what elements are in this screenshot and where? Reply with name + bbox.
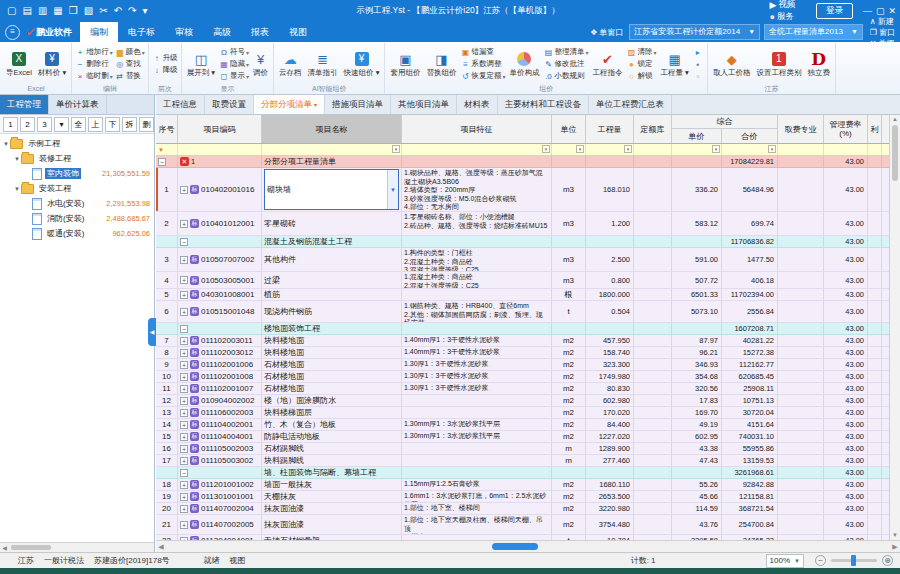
cell-sn[interactable]: 13	[156, 407, 178, 418]
cell-name[interactable]: 抹灰面油漆	[262, 503, 402, 514]
cell-fee[interactable]	[778, 248, 824, 271]
cell-extra[interactable]	[868, 323, 882, 334]
cell-name[interactable]: 植筋	[262, 289, 402, 300]
window-button[interactable]: ❐窗口	[870, 27, 895, 38]
tree-item-示例工程[interactable]: ▼示例工程	[0, 136, 154, 151]
cell-price[interactable]: 96.21	[672, 347, 722, 358]
cell-code[interactable]: +标011105003002	[178, 455, 262, 466]
table-row[interactable]: 17+标011105003002块料踢脚线m277.46047.4313159.…	[156, 455, 889, 467]
filter-cell-fee[interactable]	[778, 144, 824, 155]
cell-sn[interactable]	[156, 467, 178, 478]
cell-total[interactable]: 620685.45	[722, 371, 778, 382]
expand-toggle-icon[interactable]: +	[180, 493, 188, 501]
table-row[interactable]: 18+标011201001002墙面一般抹灰1.15mm厚1:2.5石膏砂浆m2…	[156, 479, 889, 491]
cell-unit[interactable]: m	[552, 455, 586, 466]
expand-toggle-icon[interactable]: +	[180, 421, 188, 429]
tree-item-室内装饰[interactable]: 室内装饰21,305,551.59	[0, 166, 154, 181]
table-row[interactable]: 20+标011407002004抹灰面油漆1.部位：地下室、楼梯间m23220.…	[156, 503, 889, 515]
cell-total[interactable]: 740031.10	[722, 431, 778, 442]
expand-toggle-icon[interactable]: +	[180, 361, 188, 369]
cell-extra[interactable]	[868, 335, 882, 346]
cell-qty[interactable]: 277.460	[586, 455, 634, 466]
ribbon-button-工程指令[interactable]: ✔工程指令	[590, 43, 626, 85]
cell-feat[interactable]: 1.40mm厚1：3干硬性水泥砂浆	[402, 347, 552, 358]
cell-fee[interactable]	[778, 236, 824, 247]
cell-code[interactable]: +标040301008001	[178, 289, 262, 300]
cell-fee[interactable]	[778, 491, 824, 502]
cell-sn[interactable]: 10	[156, 371, 178, 382]
table-row[interactable]: 7+标011102003011块料楼地面1.40mm厚1：3干硬性水泥砂浆m24…	[156, 335, 889, 347]
close-button[interactable]: ✕	[888, 6, 896, 16]
cell-price[interactable]: 55.26	[672, 479, 722, 490]
cell-qty[interactable]: 1227.020	[586, 431, 634, 442]
cell-code[interactable]: +标010515001048	[178, 301, 262, 322]
sheet-tab-措施项目清单[interactable]: 措施项目清单	[325, 95, 391, 114]
cell-extra[interactable]	[868, 168, 882, 211]
menu-tab-审核[interactable]: 审核	[165, 22, 203, 42]
copy-icon[interactable]: ❐	[69, 0, 78, 22]
cell-name[interactable]: 防静电活动地板	[262, 431, 402, 442]
ribbon-button-查找[interactable]: ◎查找	[115, 58, 145, 70]
cell-price[interactable]: 5073.10	[672, 301, 722, 322]
cell-fee[interactable]	[778, 443, 824, 454]
save-icon[interactable]: ▥	[38, 0, 47, 22]
filter-cell-sn[interactable]: ▼	[156, 144, 178, 155]
chevron-expanded-icon[interactable]: ▼	[2, 141, 10, 147]
cell-code[interactable]: +标011102003012	[178, 347, 262, 358]
tree-item-水电(安装)[interactable]: 水电(安装)2,291,553.98	[0, 196, 154, 211]
cell-dk[interactable]	[634, 156, 672, 167]
filter-dropdown-icon[interactable]: ▾	[576, 145, 584, 153]
cell-total[interactable]: 11706836.82	[722, 236, 778, 247]
expand-toggle-icon[interactable]: +	[180, 505, 188, 513]
cell-code[interactable]: +标010904002002	[178, 395, 262, 406]
table-row[interactable]: 8+标011102003012块料楼地面1.40mm厚1：3干硬性水泥砂浆m21…	[156, 347, 889, 359]
scroll-left-icon[interactable]: ◀	[156, 543, 166, 551]
cell-dk[interactable]	[634, 491, 672, 502]
cell-extra[interactable]	[868, 347, 882, 358]
expand-toggle-icon[interactable]: +	[180, 457, 188, 465]
filter-cell-rate[interactable]	[824, 144, 868, 155]
cell-sn[interactable]	[156, 323, 178, 334]
cell-rate[interactable]: 43.00	[824, 491, 868, 502]
cell-feat[interactable]: 1.40mm厚1：3干硬性水泥砂浆	[402, 335, 552, 346]
cell-fee[interactable]	[778, 371, 824, 382]
ribbon-button-套用组价[interactable]: ▣套用组价	[387, 43, 423, 85]
cell-rate[interactable]: 43.00	[824, 383, 868, 394]
tree-tool-3[interactable]: 3	[37, 117, 52, 132]
cell-unit[interactable]: t	[552, 301, 586, 322]
cell-qty[interactable]: 323.300	[586, 359, 634, 370]
expand-toggle-icon[interactable]: +	[180, 186, 188, 194]
cell-unit[interactable]: m3	[552, 168, 586, 211]
cell-rate[interactable]: 43.00	[824, 236, 868, 247]
cell-fee[interactable]	[778, 455, 824, 466]
cell-qty[interactable]	[586, 323, 634, 334]
cell-sn[interactable]: 8	[156, 347, 178, 358]
cell-fee[interactable]	[778, 467, 824, 478]
section-row[interactable]: −✕1分部分项工程量清单17084229.8143.00	[156, 156, 889, 168]
cell-dk[interactable]	[634, 335, 672, 346]
cell-feat[interactable]	[402, 395, 552, 406]
cell-qty[interactable]: 2.500	[586, 248, 634, 271]
cell-unit[interactable]: m2	[552, 383, 586, 394]
ribbon-button-清除[interactable]: ▨清除▾	[627, 46, 657, 58]
cell-name[interactable]: 零星砌砖	[262, 212, 402, 235]
ribbon-button-降级[interactable]: ↓降级	[152, 64, 178, 76]
cell-sn[interactable]: 7	[156, 335, 178, 346]
ribbon-button-mini3[interactable]: ▫	[693, 70, 704, 82]
sheet-tab-单位工程费汇总表[interactable]: 单位工程费汇总表	[589, 95, 672, 114]
close-window-button[interactable]: ✕关闭	[870, 38, 895, 49]
cell-name[interactable]: 天棚抹灰	[262, 491, 402, 502]
cell-feat[interactable]	[402, 289, 552, 300]
expand-toggle-icon[interactable]: +	[180, 349, 188, 357]
cell-name[interactable]: 墙、柱面装饰与隔断、幕墙工程	[262, 467, 402, 478]
cell-rate[interactable]: 43.00	[824, 323, 868, 334]
expand-toggle-icon[interactable]: +	[180, 409, 188, 417]
panel-collapse-handle[interactable]: ◀	[148, 318, 156, 346]
cell-sn[interactable]: 4	[156, 272, 178, 288]
section-row[interactable]: −墙、柱面装饰与隔断、幕墙工程3261968.6143.00	[156, 467, 889, 479]
cell-qty[interactable]: 0.800	[586, 272, 634, 288]
cell-code[interactable]: −	[178, 236, 262, 247]
cell-sn[interactable]	[156, 236, 178, 247]
cell-unit[interactable]: m2	[552, 371, 586, 382]
sheet-tab-材料表[interactable]: 材料表	[457, 95, 498, 114]
